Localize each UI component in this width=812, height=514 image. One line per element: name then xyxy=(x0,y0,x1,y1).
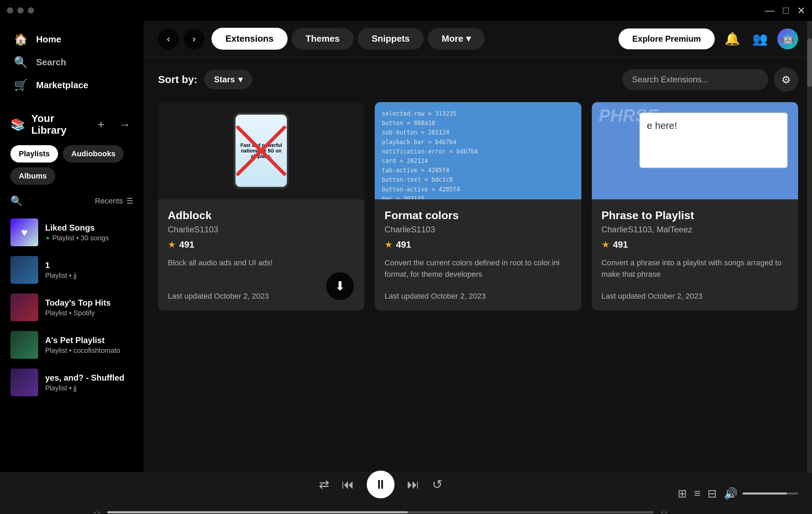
tab-more[interactable]: More ▾ xyxy=(428,28,484,50)
search-extensions-input[interactable] xyxy=(622,69,768,90)
navigation-arrows: ‹ › xyxy=(158,28,205,49)
adblock-author: CharlieS1103 xyxy=(168,225,355,234)
previous-icon: ⏮ xyxy=(342,477,354,491)
format-line-4: playback-bar = b4b7b4 xyxy=(382,138,574,147)
phrase-title-overlay: PHRSE xyxy=(599,106,658,126)
playlist-thumb-as-pet xyxy=(10,331,38,359)
shuffle-icon: ⇄ xyxy=(319,477,329,491)
avatar-icon: 🤖 xyxy=(782,33,794,44)
friends-button[interactable]: 👥 xyxy=(749,28,770,49)
previous-button[interactable]: ⏮ xyxy=(342,477,354,492)
total-time: -:- xyxy=(661,508,667,514)
pause-icon: ⏸ xyxy=(374,477,387,492)
list-item[interactable]: 1 Playlist • jj xyxy=(3,251,140,289)
format-colors-stars: ★ 491 xyxy=(384,239,571,250)
adblock-download-button[interactable]: ⬇ xyxy=(326,272,354,300)
format-line-1: selected-row = 313235 xyxy=(382,109,574,118)
filter-albums-pill[interactable]: Albums xyxy=(10,167,55,185)
recents-sort-button[interactable]: Recents ☰ xyxy=(95,197,133,206)
playlist-info: yes, and? - Shuffled Playlist • jj xyxy=(45,373,133,392)
avatar[interactable]: 🤖 xyxy=(777,28,798,49)
phrase-to-playlist-author: CharlieS1103, MalTeeez xyxy=(602,225,788,234)
phrase-textbox: e here! xyxy=(639,113,788,168)
phrase-to-playlist-star-count: 491 xyxy=(613,239,628,250)
search-extensions-area: ⚙ xyxy=(622,67,798,92)
sidebar-item-marketplace[interactable]: 🛒 Marketplace xyxy=(10,74,133,97)
playlist-thumb-todays-top-hits xyxy=(10,293,38,321)
tab-themes[interactable]: Themes xyxy=(292,28,354,50)
titlebar: — □ ✕ xyxy=(0,0,812,21)
close-button[interactable]: ✕ xyxy=(797,5,805,16)
marketplace-settings-button[interactable]: ⚙ xyxy=(774,67,798,92)
list-item[interactable]: ♥ Liked Songs ✦ Playlist • 30 songs xyxy=(3,214,140,251)
dot-3 xyxy=(28,7,34,14)
nowplaying-button[interactable]: ≡ xyxy=(694,487,701,500)
minimize-button[interactable]: — xyxy=(765,5,774,16)
format-colors-author: CharlieS1103 xyxy=(384,225,571,234)
progress-track[interactable] xyxy=(107,511,654,513)
shuffle-button[interactable]: ⇄ xyxy=(319,477,329,492)
extension-card-phrase-to-playlist[interactable]: PHRSE e here! Phrase to Playlist Charlie… xyxy=(592,102,798,310)
playlist-info: 1 Playlist • jj xyxy=(45,260,133,280)
sort-stars-dropdown[interactable]: Stars ▾ xyxy=(204,70,252,89)
next-button[interactable]: ⏭ xyxy=(407,477,420,492)
extension-card-adblock[interactable]: Fast and powerful nationwide 5G on all p… xyxy=(158,102,364,310)
list-icon: ☰ xyxy=(126,197,133,206)
tab-extensions[interactable]: Extensions xyxy=(212,28,288,50)
sidebar-item-search-label: Search xyxy=(36,57,66,68)
explore-premium-button[interactable]: Explore Premium xyxy=(619,28,715,49)
home-icon: 🏠 xyxy=(14,33,28,46)
adblock-title: Adblock xyxy=(168,209,355,222)
app-layout: 🏠 Home 🔍 Search 🛒 Marketplace 📚 Your Lib… xyxy=(0,21,812,472)
connect-button[interactable]: ⊟ xyxy=(707,487,717,500)
maximize-button[interactable]: □ xyxy=(783,5,789,16)
back-button[interactable]: ‹ xyxy=(158,28,179,49)
format-line-8: button-text = bdc1c6 xyxy=(382,175,574,184)
connect-icon: ⊟ xyxy=(707,487,717,500)
phrase-to-playlist-description: Convert a phrase into a playlist with so… xyxy=(602,257,788,285)
sidebar-item-marketplace-label: Marketplace xyxy=(36,80,88,91)
topbar-right: Explore Premium 🔔 👥 🤖 xyxy=(619,28,798,49)
tab-snippets[interactable]: Snippets xyxy=(358,28,424,50)
adblock-updated: Last updated October 2, 2023 xyxy=(168,292,355,301)
volume-track[interactable] xyxy=(743,492,798,495)
library-search-icon[interactable]: 🔍 xyxy=(10,195,23,207)
tab-navigation: Extensions Themes Snippets More ▾ xyxy=(212,28,484,50)
list-item[interactable]: A's Pet Playlist Playlist • cocofishtoma… xyxy=(3,326,140,364)
progress-bar-area: -:- -:- xyxy=(94,508,667,514)
expand-library-button[interactable]: → xyxy=(116,116,133,133)
format-colors-title: Format colors xyxy=(384,209,571,222)
list-item[interactable]: Today's Top Hits Playlist • Spotify xyxy=(3,289,140,326)
filter-playlists-pill[interactable]: Playlists xyxy=(10,145,58,163)
titlebar-window-controls: — □ ✕ xyxy=(765,5,805,16)
sort-value: Stars xyxy=(214,75,235,84)
volume-button[interactable]: 🔊 xyxy=(724,487,738,500)
playlist-meta: ✦ Playlist • 30 songs xyxy=(45,234,133,242)
star-icon: ★ xyxy=(602,239,610,250)
notifications-button[interactable]: 🔔 xyxy=(722,28,743,49)
friends-icon: 👥 xyxy=(752,32,768,46)
phrase-to-playlist-card-image: PHRSE e here! xyxy=(592,102,798,199)
player-controls: ⇄ ⏮ ⏸ ⏭ ↺ -:- -:- xyxy=(94,471,667,514)
scrollbar-thumb[interactable] xyxy=(807,38,812,87)
sidebar-item-search[interactable]: 🔍 Search xyxy=(10,51,133,74)
filter-audiobooks-pill[interactable]: Audiobooks xyxy=(63,145,124,163)
list-item[interactable]: yes, and? - Shuffled Playlist • jj xyxy=(3,364,140,401)
playlist-thumb-liked-songs: ♥ xyxy=(10,218,38,246)
add-library-button[interactable]: + xyxy=(92,116,110,133)
format-line-6: card = 202124 xyxy=(382,156,574,166)
repeat-button[interactable]: ↺ xyxy=(432,477,442,492)
phrase-to-playlist-title: Phrase to Playlist xyxy=(602,209,788,222)
progress-fill xyxy=(107,511,408,513)
forward-button[interactable]: › xyxy=(184,28,205,49)
playlist-list: ♥ Liked Songs ✦ Playlist • 30 songs 1 Pl… xyxy=(0,214,144,472)
adblock-stars: ★ 491 xyxy=(168,239,355,250)
playlist-info: A's Pet Playlist Playlist • cocofishtoma… xyxy=(45,335,133,355)
sidebar-item-home[interactable]: 🏠 Home xyxy=(10,28,133,51)
play-pause-button[interactable]: ⏸ xyxy=(367,471,395,498)
extension-card-format-colors[interactable]: selected-row = 313235 button = 868a18 su… xyxy=(375,102,581,310)
queue-button[interactable]: ⊞ xyxy=(678,487,687,500)
scrollbar[interactable] xyxy=(807,21,812,472)
repeat-icon: ↺ xyxy=(432,477,442,491)
recents-label: Recents xyxy=(95,197,123,206)
